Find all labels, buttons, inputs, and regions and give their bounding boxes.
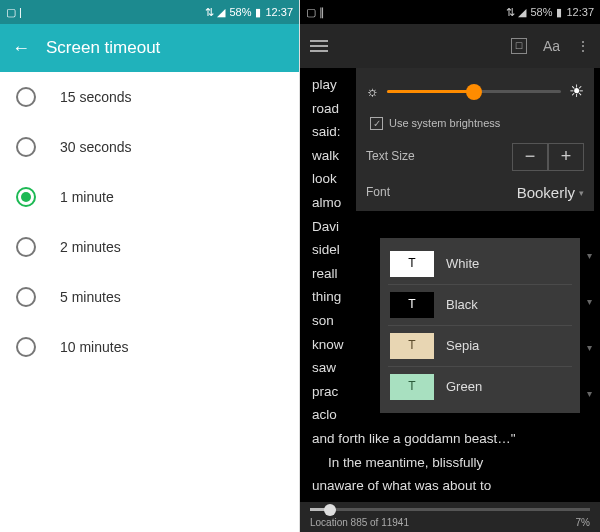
brightness-low-icon: ☼ bbox=[366, 80, 379, 102]
text-line: and forth like a goddamn beast…" bbox=[312, 428, 588, 450]
option-10-minutes[interactable]: 10 minutes bbox=[0, 322, 299, 372]
theme-swatch: T bbox=[390, 333, 434, 359]
settings-header: ← Screen timeout bbox=[0, 24, 299, 72]
theme-label: Sepia bbox=[446, 336, 479, 357]
option-30-seconds[interactable]: 30 seconds bbox=[0, 122, 299, 172]
color-theme-menu: T White T Black T Sepia T Green bbox=[380, 238, 580, 413]
progress-slider[interactable] bbox=[310, 508, 590, 511]
checkbox-label: Use system brightness bbox=[389, 115, 500, 133]
option-15-seconds[interactable]: 15 seconds bbox=[0, 72, 299, 122]
text-size-label: Text Size bbox=[366, 147, 415, 166]
status-bar: ▢ ∥ ⇅ ◢ 58% ▮ 12:37 bbox=[300, 0, 600, 24]
font-value: Bookerly bbox=[517, 181, 575, 205]
theme-sepia[interactable]: T Sepia bbox=[380, 326, 580, 366]
reader-toolbar: ☐ Aa ⋮ bbox=[300, 24, 600, 68]
font-label: Font bbox=[366, 183, 390, 202]
signal-icon: ⇅ ◢ bbox=[205, 6, 225, 19]
theme-label: Black bbox=[446, 295, 478, 316]
theme-black[interactable]: T Black bbox=[380, 285, 580, 325]
use-system-brightness[interactable]: ✓ Use system brightness bbox=[370, 115, 584, 133]
option-label: 30 seconds bbox=[60, 139, 132, 155]
radio-selected-icon bbox=[16, 187, 36, 207]
battery-icon: ▮ bbox=[556, 6, 562, 19]
radio-icon bbox=[16, 287, 36, 307]
battery-icon: ▮ bbox=[255, 6, 261, 19]
clock: 12:37 bbox=[265, 6, 293, 18]
page-title: Screen timeout bbox=[46, 38, 160, 58]
percent-label: 7% bbox=[576, 517, 590, 528]
location-label: Location 885 of 11941 bbox=[310, 517, 409, 528]
battery-text: 58% bbox=[229, 6, 251, 18]
decrease-text-button[interactable]: − bbox=[512, 143, 548, 171]
overflow-menu-icon[interactable]: ⋮ bbox=[576, 38, 590, 54]
signal-icon: ⇅ ◢ bbox=[506, 6, 526, 19]
radio-icon bbox=[16, 87, 36, 107]
theme-green[interactable]: T Green bbox=[380, 367, 580, 407]
checkbox-checked-icon: ✓ bbox=[370, 117, 383, 130]
brightness-slider[interactable] bbox=[387, 90, 561, 93]
option-label: 15 seconds bbox=[60, 89, 132, 105]
kindle-reader: ▢ ∥ ⇅ ◢ 58% ▮ 12:37 ☐ Aa ⋮ play road sai… bbox=[300, 0, 600, 532]
font-settings-button[interactable]: Aa bbox=[543, 38, 560, 54]
timeout-options: 15 seconds 30 seconds 1 minute 2 minutes… bbox=[0, 72, 299, 532]
settings-screen: ▢ | ⇅ ◢ 58% ▮ 12:37 ← Screen timeout 15 … bbox=[0, 0, 300, 532]
status-right-icons: ⇅ ◢ 58% ▮ 12:37 bbox=[506, 6, 594, 19]
increase-text-button[interactable]: + bbox=[548, 143, 584, 171]
theme-swatch: T bbox=[390, 374, 434, 400]
option-label: 2 minutes bbox=[60, 239, 121, 255]
option-1-minute[interactable]: 1 minute bbox=[0, 172, 299, 222]
text-line: In the meantime, blissfully bbox=[312, 452, 588, 474]
back-arrow-icon[interactable]: ← bbox=[12, 38, 30, 59]
chevron-down-icon: ▾ bbox=[579, 186, 584, 200]
radio-icon bbox=[16, 237, 36, 257]
option-label: 5 minutes bbox=[60, 289, 121, 305]
chevron-down-icon: ▾ bbox=[587, 340, 592, 356]
text-line: unaware of what was about to bbox=[312, 475, 588, 497]
status-left-icons: ▢ ∥ bbox=[306, 6, 325, 19]
status-bar: ▢ | ⇅ ◢ 58% ▮ 12:37 bbox=[0, 0, 299, 24]
theme-swatch: T bbox=[390, 251, 434, 277]
option-2-minutes[interactable]: 2 minutes bbox=[0, 222, 299, 272]
hamburger-icon[interactable] bbox=[310, 40, 328, 52]
display-settings-panel: ☼ ☀ ✓ Use system brightness Text Size − … bbox=[356, 68, 594, 211]
reader-page[interactable]: play road said: walk look almo Davi side… bbox=[300, 68, 600, 502]
font-row[interactable]: Font Bookerly▾ bbox=[366, 181, 584, 205]
reader-footer: Location 885 of 11941 7% bbox=[300, 502, 600, 532]
text-line: Davi bbox=[312, 216, 588, 238]
chevron-down-icon: ▾ bbox=[587, 248, 592, 264]
radio-icon bbox=[16, 337, 36, 357]
theme-white[interactable]: T White bbox=[380, 244, 580, 284]
brightness-high-icon: ☀ bbox=[569, 78, 584, 105]
option-label: 10 minutes bbox=[60, 339, 128, 355]
text-size-row: Text Size − + bbox=[366, 143, 584, 171]
option-label: 1 minute bbox=[60, 189, 114, 205]
panel-row-carets: ▾ ▾ ▾ ▾ bbox=[587, 248, 592, 402]
bookmark-icon[interactable]: ☐ bbox=[511, 38, 527, 54]
theme-label: Green bbox=[446, 377, 482, 398]
chevron-down-icon: ▾ bbox=[587, 386, 592, 402]
theme-label: White bbox=[446, 254, 479, 275]
clock: 12:37 bbox=[566, 6, 594, 18]
brightness-row: ☼ ☀ bbox=[366, 78, 584, 105]
radio-icon bbox=[16, 137, 36, 157]
battery-text: 58% bbox=[530, 6, 552, 18]
status-left-icons: ▢ | bbox=[6, 6, 22, 19]
chevron-down-icon: ▾ bbox=[587, 294, 592, 310]
option-5-minutes[interactable]: 5 minutes bbox=[0, 272, 299, 322]
status-right-icons: ⇅ ◢ 58% ▮ 12:37 bbox=[205, 6, 293, 19]
theme-swatch: T bbox=[390, 292, 434, 318]
